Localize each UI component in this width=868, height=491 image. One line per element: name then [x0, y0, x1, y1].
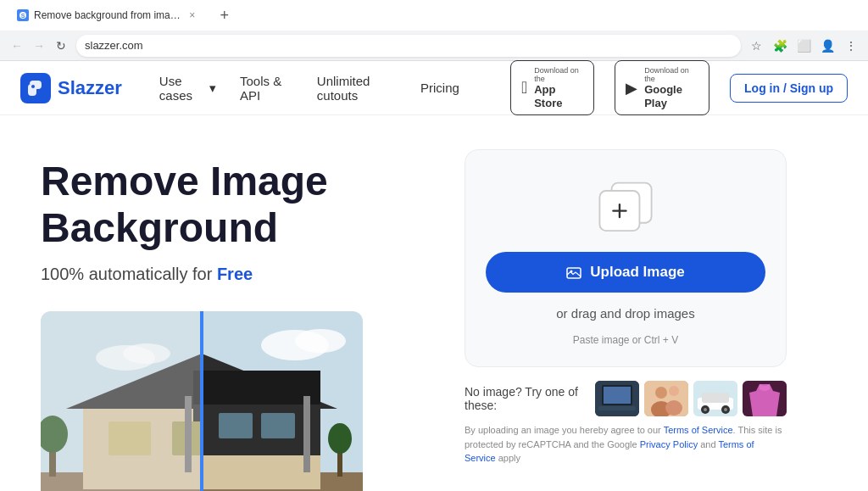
nav-links: Use cases ▾ Tools & API Unlimited cutout…: [149, 69, 470, 108]
sample-images-section: No image? Try one of these:: [465, 381, 787, 416]
site-content: Slazzer Use cases ▾ Tools & API Unlimite…: [0, 61, 868, 491]
upload-card: Upload Image or drag and drop images Pas…: [465, 149, 787, 367]
browser-nav-buttons: ← → ↻: [7, 36, 71, 56]
nav-pricing[interactable]: Pricing: [410, 75, 470, 100]
sample-thumbnails: [595, 381, 787, 416]
app-store-button[interactable]:  Download on the App Store: [510, 60, 594, 115]
more-options-button[interactable]: ⋮: [841, 36, 861, 56]
google-play-button[interactable]: ▶ Download on the Google Play: [615, 60, 709, 115]
navbar: Slazzer Use cases ▾ Tools & API Unlimite…: [0, 61, 868, 115]
nav-tools-api[interactable]: Tools & API: [230, 69, 303, 108]
logo-icon: [20, 73, 51, 103]
logo-link[interactable]: Slazzer: [20, 73, 122, 103]
nav-unlimited-cutouts[interactable]: Unlimited cutouts: [307, 69, 407, 108]
hero-subtitle: 100% automatically for Free: [41, 265, 431, 284]
google-play-icon: ▶: [626, 79, 637, 98]
browser-chrome: S Remove background from ima… × + ← → ↻ …: [0, 0, 868, 61]
sample-thumb-laptop[interactable]: [595, 381, 639, 416]
tab-close-button[interactable]: ×: [186, 8, 199, 22]
hero-image: [41, 311, 363, 491]
svg-point-42: [669, 386, 679, 396]
svg-rect-19: [303, 396, 310, 472]
svg-rect-46: [702, 393, 729, 403]
sample-thumb-car[interactable]: [693, 381, 737, 416]
browser-action-buttons: ☆ 🧩 ⬜ 👤 ⋮: [746, 36, 861, 56]
logo-text: Slazzer: [58, 77, 122, 99]
apple-icon: : [521, 78, 527, 98]
hero-title: Remove Image Background: [41, 158, 431, 251]
hero-left: Remove Image Background 100% automatical…: [41, 149, 431, 491]
cast-button[interactable]: ⬜: [793, 36, 814, 56]
svg-rect-18: [261, 413, 295, 438]
hero-right: Upload Image or drag and drop images Pas…: [465, 149, 787, 466]
svg-rect-37: [604, 387, 631, 404]
tab-bar: S Remove background from ima… × +: [0, 0, 868, 31]
terms-text: By uploading an image you hereby agree t…: [465, 416, 787, 466]
upload-icon: [592, 176, 659, 235]
svg-point-50: [724, 408, 727, 411]
svg-rect-28: [200, 311, 203, 491]
sample-thumb-people[interactable]: [644, 381, 688, 416]
svg-point-48: [704, 408, 707, 411]
chevron-down-icon: ▾: [209, 81, 216, 96]
image-icon: [566, 265, 581, 279]
svg-point-43: [665, 400, 682, 416]
upload-image-button[interactable]: Upload Image: [486, 252, 765, 293]
svg-rect-14: [193, 405, 320, 455]
extensions-button[interactable]: 🧩: [770, 36, 790, 56]
address-bar: ← → ↻ ☆ 🧩 ⬜ 👤 ⋮: [0, 31, 868, 61]
forward-button[interactable]: →: [29, 36, 49, 56]
drag-drop-text: or drag and drop images: [556, 306, 694, 321]
profile-button[interactable]: 👤: [817, 36, 837, 56]
svg-point-40: [655, 387, 667, 399]
url-input[interactable]: [76, 35, 741, 57]
svg-text:S: S: [21, 13, 25, 19]
sample-label: No image? Try one of these:: [465, 385, 585, 412]
svg-rect-17: [219, 413, 253, 438]
reload-button[interactable]: ↻: [51, 36, 71, 56]
new-tab-button[interactable]: +: [213, 3, 236, 27]
active-tab[interactable]: S Remove background from ima… ×: [7, 3, 209, 27]
svg-point-7: [295, 329, 346, 353]
svg-point-2: [31, 85, 35, 88]
sample-thumb-dress[interactable]: [743, 381, 787, 416]
login-signup-button[interactable]: Log in / Sign up: [730, 74, 848, 103]
terms-of-service-link[interactable]: Terms of Service: [664, 425, 733, 435]
tab-favicon: S: [17, 9, 29, 21]
paste-shortcut-text: Paste image or Ctrl + V: [573, 334, 678, 346]
tab-title: Remove background from ima…: [34, 9, 181, 21]
svg-rect-38: [598, 406, 636, 410]
nav-use-cases[interactable]: Use cases ▾: [149, 69, 226, 108]
back-button[interactable]: ←: [7, 36, 27, 56]
hero-section: Remove Image Background 100% automatical…: [0, 115, 868, 491]
svg-point-24: [328, 423, 352, 454]
bookmark-button[interactable]: ☆: [746, 36, 766, 56]
svg-rect-25: [41, 311, 202, 491]
privacy-policy-link[interactable]: Privacy Policy: [640, 439, 698, 449]
